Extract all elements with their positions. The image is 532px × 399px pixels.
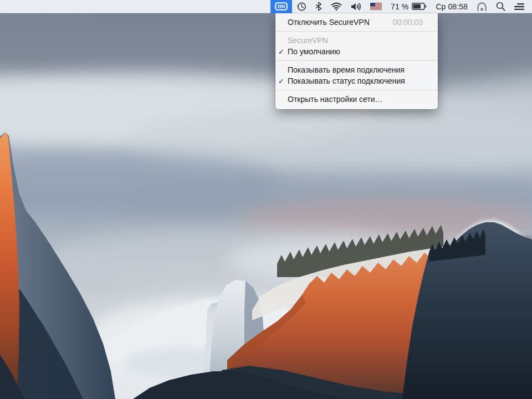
vpn-status-menu-extra[interactable] [270, 0, 292, 13]
bluetooth-menu-extra[interactable] [311, 0, 326, 13]
vpn-dropdown-menu: Отключить SecureVPN 00:00:03 SecureVPN ✓… [275, 13, 438, 109]
menu-separator [275, 90, 438, 90]
menubar-clock-label: Ср 08:58 [436, 2, 468, 11]
wifi-menu-extra[interactable] [326, 0, 346, 13]
menu-item-securevpn-header: SecureVPN [275, 35, 438, 46]
vpn-capsule-icon [275, 2, 288, 11]
battery-menu-extra[interactable]: 71 % [386, 0, 411, 13]
connection-timer: 00:00:03 [393, 18, 431, 27]
menu-item-show-connection-status[interactable]: ✓ Показывать статус подключения [275, 75, 438, 86]
menu-item-default-config[interactable]: ✓ По умолчанию [275, 46, 438, 57]
us-flag-icon [370, 3, 382, 10]
checkmark: ✓ [278, 77, 288, 85]
wifi-icon [331, 2, 342, 11]
menu-separator [275, 31, 438, 32]
menu-item-label: Открыть настройки сети… [288, 95, 430, 104]
clock-menu-extra[interactable]: Ср 08:58 [431, 0, 472, 13]
volume-icon [351, 2, 361, 11]
notification-center-menu-extra[interactable] [510, 0, 532, 13]
time-machine-icon [296, 2, 306, 12]
bluetooth-icon [315, 2, 322, 11]
input-language-menu-extra[interactable] [366, 0, 386, 13]
tunnel-menu-extra[interactable] [472, 0, 492, 13]
battery-icon-item[interactable] [411, 0, 431, 13]
menu-item-label: Показывать статус подключения [288, 76, 430, 85]
menu-item-label: Отключить SecureVPN [288, 18, 393, 27]
checkmark: ✓ [278, 48, 288, 56]
menu-separator [275, 60, 438, 61]
spotlight-menu-extra[interactable] [492, 0, 510, 13]
battery-percent-label: 71 % [391, 2, 408, 11]
tunnel-icon [477, 2, 487, 11]
menu-bar: 71 % Ср 08:58 [0, 0, 532, 13]
menu-item-show-connection-time[interactable]: Показывать время подключения [275, 64, 438, 75]
spotlight-search-icon [496, 2, 505, 11]
battery-icon [412, 3, 427, 10]
menu-item-label: Показывать время подключения [288, 65, 430, 74]
desktop-background[interactable] [0, 0, 532, 399]
volume-menu-extra[interactable] [346, 0, 366, 13]
menu-item-open-network-settings[interactable]: Открыть настройки сети… [275, 94, 438, 105]
el-capitan-wallpaper [0, 0, 532, 399]
notification-center-icon [514, 3, 524, 11]
menu-item-label: SecureVPN [288, 36, 430, 45]
time-machine-menu-extra[interactable] [292, 0, 311, 13]
menu-item-label: По умолчанию [288, 47, 430, 56]
menu-item-disconnect-vpn[interactable]: Отключить SecureVPN 00:00:03 [275, 17, 438, 28]
